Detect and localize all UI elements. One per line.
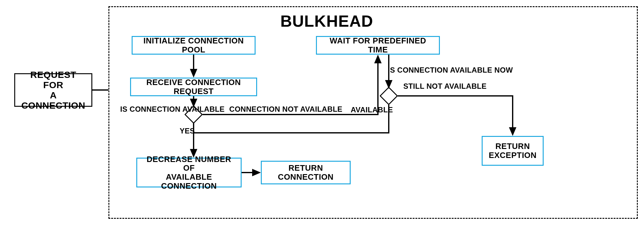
label-available: AVAILABLE — [351, 106, 393, 114]
diagram-title: BULKHEAD — [280, 12, 373, 30]
label-is-available-now: IS CONNECTION AVAILABLE NOW — [388, 66, 513, 74]
node-return-exception: RETURN EXCEPTION — [482, 136, 544, 166]
node-wait: WAIT FOR PREDEFINED TIME — [316, 36, 440, 55]
diagram-canvas: BULKHEAD REQUEST FOR A CONNECTION INITIA… — [6, 6, 638, 219]
node-decrease: DECREASE NUMBER OF AVAILABLE CONNECTION — [136, 158, 242, 187]
label-still-not: STILL NOT AVAILABLE — [403, 82, 487, 91]
node-request: REQUEST FOR A CONNECTION — [14, 73, 92, 107]
label-conn-not-available: CONNECTION NOT AVAILABLE — [229, 105, 342, 114]
node-return-connection: RETURN CONNECTION — [261, 161, 351, 184]
label-yes: YES — [180, 127, 195, 135]
label-is-available: IS CONNECTION AVAILABLE — [120, 105, 185, 114]
node-init: INITIALIZE CONNECTION POOL — [132, 36, 256, 55]
node-receive: RECEIVE CONNECTION REQUEST — [130, 78, 257, 96]
